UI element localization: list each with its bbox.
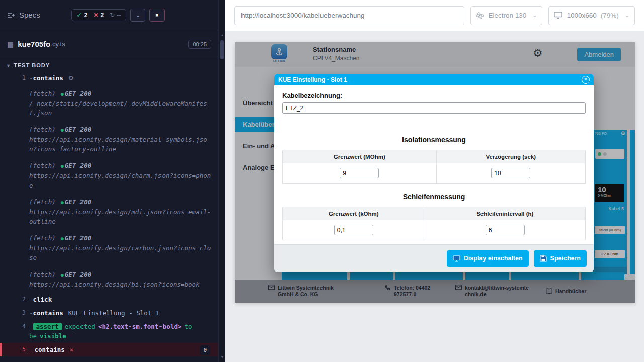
spec-name: kue705fo bbox=[18, 40, 50, 48]
dash: - bbox=[29, 296, 33, 303]
command-method: click bbox=[33, 296, 52, 303]
fetch-url: https://api.iconify.design/carbon.json?i… bbox=[29, 243, 211, 262]
fetch-tag: (fetch) bbox=[29, 162, 56, 169]
scroll-up-icon[interactable]: ▲ bbox=[219, 33, 226, 37]
command-number: 3 bbox=[0, 308, 29, 318]
grenzwert-kohm-input[interactable] bbox=[334, 225, 373, 235]
table-cell bbox=[283, 220, 425, 240]
fetch-log-row[interactable]: (fetch)●GET 200 https://api.iconify.desi… bbox=[0, 266, 218, 293]
url-input[interactable] bbox=[234, 6, 464, 25]
reporter-scrollbar[interactable]: ▲ ▼ bbox=[218, 0, 225, 362]
status-dot-icon: ● bbox=[61, 163, 64, 169]
fetch-log-row[interactable]: (fetch)●GET 200 https://api.iconify.desi… bbox=[0, 157, 218, 194]
collapse-button[interactable]: ⌄ bbox=[130, 9, 145, 22]
monitor-icon bbox=[554, 12, 562, 19]
scrollbar-thumb[interactable] bbox=[220, 40, 224, 59]
stat-passed: ✓2 bbox=[77, 12, 88, 19]
electron-icon bbox=[476, 12, 484, 20]
speichern-button[interactable]: Speichern bbox=[534, 250, 587, 267]
table-cell bbox=[425, 220, 585, 240]
url-toolbar: Electron 130 ⌄ 1000x660 (79%) ⌄ bbox=[225, 0, 644, 31]
spec-duration: 00:25 bbox=[188, 40, 211, 49]
fetch-log-row[interactable]: (fetch)●GET 200 /_next/static/developmen… bbox=[0, 85, 218, 121]
status-dot-icon: ● bbox=[61, 200, 64, 205]
command-row[interactable]: 2 -click bbox=[0, 293, 218, 306]
failed-command-row[interactable]: 5 -contains✕ 0 bbox=[0, 343, 218, 356]
assert-badge: assert bbox=[33, 323, 62, 330]
command-number: 4 bbox=[0, 322, 29, 341]
fail-cross-icon: ✕ bbox=[70, 346, 74, 353]
fetch-status: GET 200 bbox=[65, 89, 92, 97]
test-body-header[interactable]: ▾ TEST BODY bbox=[0, 58, 218, 71]
test-body-label: TEST BODY bbox=[14, 62, 50, 68]
display-icon bbox=[453, 255, 460, 262]
caret-down-icon: ▾ bbox=[7, 63, 10, 68]
assert-visible: visible bbox=[40, 332, 66, 340]
dash: - bbox=[29, 323, 33, 330]
column-header: Grenzwert (kOhm) bbox=[283, 207, 425, 220]
table-cell bbox=[283, 163, 437, 184]
viewport-select[interactable]: 1000x660 (79%) ⌄ bbox=[548, 6, 635, 25]
specs-icon bbox=[7, 12, 15, 19]
column-header: Grenzwert (MOhm) bbox=[283, 150, 437, 163]
assert-expected: expected bbox=[65, 323, 95, 330]
isolation-section-title: Isolationsmessung bbox=[282, 136, 586, 144]
browser-select[interactable]: Electron 130 ⌄ bbox=[470, 6, 542, 25]
cable-name-input[interactable] bbox=[282, 102, 586, 114]
cable-name-label: Kabelbezeichnung: bbox=[282, 92, 586, 99]
fetch-log-row[interactable]: (fetch)●GET 200 https://api.iconify.desi… bbox=[0, 194, 218, 230]
viewport-zoom: (79%) bbox=[601, 12, 619, 19]
fetch-status: GET 200 bbox=[65, 270, 92, 278]
assert-row[interactable]: 4 -assertexpected<h2.text-sm.font-bold>t… bbox=[0, 320, 218, 343]
fetch-log-row[interactable]: (fetch)●GET 200 https://api.iconify.desi… bbox=[0, 121, 218, 157]
assert-selector: <h2.text-sm.font-bold> bbox=[98, 323, 182, 330]
command-log: 1 -contains⚙ (fetch)●GET 200 /_next/stat… bbox=[0, 71, 218, 356]
refresh-icon: ↻ bbox=[110, 12, 115, 19]
aut-background: LITTWIN Stationsname CPLV4_Maschen ⚙ Abm… bbox=[225, 31, 644, 362]
fetch-log-row[interactable]: (fetch)●GET 200 https://api.iconify.desi… bbox=[0, 230, 218, 266]
browser-label: Electron 130 bbox=[488, 12, 526, 19]
stop-icon: ■ bbox=[156, 13, 158, 18]
cypress-reporter: Specs ✓2 ✕2 ↻-- ⌄ ■ ▤ kue705fo .cy.ts 00… bbox=[0, 0, 218, 362]
fetch-url: https://api.iconify.design/bi.json?icons… bbox=[29, 280, 211, 289]
cross-icon: ✕ bbox=[93, 12, 98, 19]
schleifenintervall-input[interactable] bbox=[486, 225, 525, 235]
fetch-url: https://api.iconify.design/mdi.json?icon… bbox=[29, 207, 211, 226]
modal-footer: Display einschalten Speichern bbox=[274, 244, 594, 272]
fetch-status: GET 200 bbox=[65, 234, 92, 242]
reporter-topbar: Specs ✓2 ✕2 ↻-- ⌄ ■ bbox=[0, 0, 218, 30]
command-method: contains bbox=[33, 309, 63, 317]
status-dot-icon: ● bbox=[61, 127, 64, 133]
viewport-size: 1000x660 bbox=[567, 12, 596, 19]
modal-header: KUE Einstellung - Slot 1 ✕ bbox=[274, 74, 594, 85]
status-dot-icon: ● bbox=[61, 236, 64, 241]
display-einschalten-button[interactable]: Display einschalten bbox=[447, 250, 529, 267]
modal-title: KUE Einstellung - Slot 1 bbox=[278, 76, 582, 83]
specs-menu[interactable]: Specs bbox=[7, 11, 40, 19]
scroll-down-icon[interactable]: ▼ bbox=[219, 355, 226, 359]
close-icon[interactable]: ✕ bbox=[582, 76, 590, 84]
chevron-down-icon: ⌄ bbox=[625, 12, 629, 19]
fetch-status: GET 200 bbox=[65, 198, 92, 206]
command-method: contains bbox=[33, 74, 63, 82]
command-row[interactable]: 1 -contains⚙ bbox=[0, 71, 218, 85]
file-icon: ▤ bbox=[7, 40, 14, 48]
save-icon bbox=[540, 255, 547, 262]
column-header: Verzögerung (sek) bbox=[436, 150, 585, 163]
command-number: 2 bbox=[0, 295, 29, 304]
schleifen-table: Grenzwert (kOhm) Schleifenintervall (h) bbox=[282, 207, 586, 240]
dash: - bbox=[31, 346, 35, 353]
table-cell bbox=[436, 163, 585, 184]
status-dot-icon: ● bbox=[61, 91, 64, 97]
command-row[interactable]: 3 -containsKUE Einstellung - Slot 1 bbox=[0, 306, 218, 320]
kue-settings-modal: KUE Einstellung - Slot 1 ✕ Kabelbezeichn… bbox=[274, 74, 594, 272]
check-icon: ✓ bbox=[77, 12, 82, 19]
grenzwert-mohm-input[interactable] bbox=[340, 168, 379, 178]
stop-button[interactable]: ■ bbox=[149, 9, 165, 22]
verzoegerung-sek-input[interactable] bbox=[491, 168, 530, 178]
aut-panel: Electron 130 ⌄ 1000x660 (79%) ⌄ LITTW bbox=[225, 0, 644, 362]
specs-label: Specs bbox=[19, 11, 40, 19]
isolation-table: Grenzwert (MOhm) Verzögerung (sek) bbox=[282, 150, 586, 184]
command-number: 5 bbox=[2, 345, 31, 354]
spec-row[interactable]: ▤ kue705fo .cy.ts 00:25 bbox=[0, 30, 218, 58]
